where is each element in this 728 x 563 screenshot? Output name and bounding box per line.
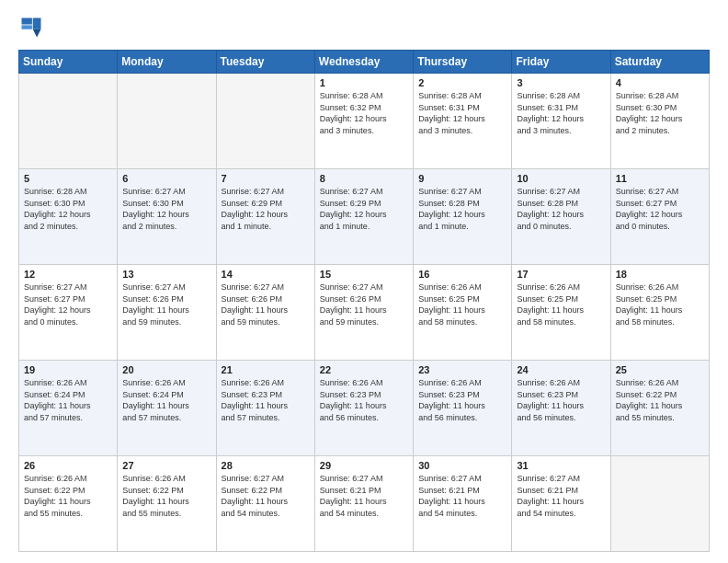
calendar-cell: 2Sunrise: 6:28 AM Sunset: 6:31 PM Daylig… (414, 74, 512, 169)
day-info: Sunrise: 6:27 AM Sunset: 6:26 PM Dayligh… (222, 282, 310, 327)
day-info: Sunrise: 6:28 AM Sunset: 6:32 PM Dayligh… (320, 90, 408, 136)
calendar-cell: 6Sunrise: 6:27 AM Sunset: 6:30 PM Daylig… (118, 169, 216, 265)
calendar-cell: 15Sunrise: 6:27 AM Sunset: 6:26 PM Dayli… (314, 265, 413, 361)
day-info: Sunrise: 6:26 AM Sunset: 6:22 PM Dayligh… (616, 377, 704, 423)
calendar-cell: 4Sunrise: 6:28 AM Sunset: 6:30 PM Daylig… (610, 74, 709, 169)
weekday-header-friday: Friday (512, 51, 610, 74)
calendar-cell: 20Sunrise: 6:26 AM Sunset: 6:24 PM Dayli… (118, 361, 216, 456)
day-info: Sunrise: 6:27 AM Sunset: 6:21 PM Dayligh… (517, 473, 605, 519)
day-info: Sunrise: 6:26 AM Sunset: 6:25 PM Dayligh… (517, 282, 605, 327)
day-number: 11 (616, 173, 704, 184)
weekday-header-row: SundayMondayTuesdayWednesdayThursdayFrid… (19, 51, 710, 74)
day-info: Sunrise: 6:26 AM Sunset: 6:24 PM Dayligh… (122, 377, 210, 423)
day-number: 30 (418, 460, 506, 471)
day-number: 26 (24, 460, 112, 471)
day-info: Sunrise: 6:28 AM Sunset: 6:30 PM Dayligh… (24, 186, 112, 232)
calendar-cell: 27Sunrise: 6:26 AM Sunset: 6:22 PM Dayli… (118, 456, 216, 552)
calendar-body: 1Sunrise: 6:28 AM Sunset: 6:32 PM Daylig… (19, 74, 710, 552)
weekday-header-saturday: Saturday (610, 51, 709, 74)
day-info: Sunrise: 6:26 AM Sunset: 6:25 PM Dayligh… (616, 282, 704, 327)
day-number: 14 (222, 269, 310, 280)
calendar-cell: 24Sunrise: 6:26 AM Sunset: 6:23 PM Dayli… (512, 361, 610, 456)
day-info: Sunrise: 6:27 AM Sunset: 6:26 PM Dayligh… (122, 282, 210, 327)
calendar-cell: 9Sunrise: 6:27 AM Sunset: 6:28 PM Daylig… (414, 169, 512, 265)
calendar-week-5: 26Sunrise: 6:26 AM Sunset: 6:22 PM Dayli… (19, 456, 710, 552)
calendar-cell: 1Sunrise: 6:28 AM Sunset: 6:32 PM Daylig… (314, 74, 413, 169)
day-number: 18 (616, 269, 704, 280)
calendar-week-4: 19Sunrise: 6:26 AM Sunset: 6:24 PM Dayli… (19, 361, 710, 456)
calendar-week-1: 1Sunrise: 6:28 AM Sunset: 6:32 PM Daylig… (19, 74, 710, 169)
day-info: Sunrise: 6:27 AM Sunset: 6:27 PM Dayligh… (616, 186, 704, 232)
day-number: 5 (24, 173, 112, 184)
day-number: 2 (418, 77, 506, 88)
day-number: 17 (517, 269, 605, 280)
calendar-cell (610, 456, 709, 552)
day-info: Sunrise: 6:26 AM Sunset: 6:22 PM Dayligh… (122, 473, 210, 519)
day-number: 21 (222, 364, 310, 375)
day-info: Sunrise: 6:26 AM Sunset: 6:22 PM Dayligh… (24, 473, 112, 519)
calendar-cell (216, 74, 314, 169)
calendar-cell (19, 74, 118, 169)
calendar-cell: 12Sunrise: 6:27 AM Sunset: 6:27 PM Dayli… (19, 265, 118, 361)
day-number: 19 (24, 364, 112, 375)
day-number: 12 (24, 269, 112, 280)
day-number: 23 (418, 364, 506, 375)
day-number: 13 (122, 269, 210, 280)
weekday-header-monday: Monday (118, 51, 216, 74)
day-number: 31 (517, 460, 605, 471)
calendar-cell: 3Sunrise: 6:28 AM Sunset: 6:31 PM Daylig… (512, 74, 610, 169)
svg-marker-0 (33, 18, 41, 29)
day-number: 28 (222, 460, 310, 471)
day-number: 29 (320, 460, 408, 471)
calendar-cell: 28Sunrise: 6:27 AM Sunset: 6:22 PM Dayli… (216, 456, 314, 552)
calendar-cell (118, 74, 216, 169)
day-info: Sunrise: 6:27 AM Sunset: 6:21 PM Dayligh… (418, 473, 506, 519)
day-info: Sunrise: 6:27 AM Sunset: 6:28 PM Dayligh… (517, 186, 605, 232)
day-info: Sunrise: 6:28 AM Sunset: 6:31 PM Dayligh… (418, 90, 506, 136)
day-number: 7 (222, 173, 310, 184)
day-info: Sunrise: 6:26 AM Sunset: 6:25 PM Dayligh… (418, 282, 506, 327)
calendar-cell: 14Sunrise: 6:27 AM Sunset: 6:26 PM Dayli… (216, 265, 314, 361)
day-number: 15 (320, 269, 408, 280)
day-number: 6 (122, 173, 210, 184)
day-info: Sunrise: 6:27 AM Sunset: 6:26 PM Dayligh… (320, 282, 408, 327)
calendar-cell: 11Sunrise: 6:27 AM Sunset: 6:27 PM Dayli… (610, 169, 709, 265)
day-number: 4 (616, 77, 704, 88)
day-info: Sunrise: 6:27 AM Sunset: 6:30 PM Dayligh… (122, 186, 210, 232)
day-info: Sunrise: 6:26 AM Sunset: 6:23 PM Dayligh… (320, 377, 408, 423)
day-number: 10 (517, 173, 605, 184)
calendar-cell: 19Sunrise: 6:26 AM Sunset: 6:24 PM Dayli… (19, 361, 118, 456)
logo-icon (18, 15, 44, 40)
day-info: Sunrise: 6:27 AM Sunset: 6:29 PM Dayligh… (222, 186, 310, 232)
calendar-cell: 10Sunrise: 6:27 AM Sunset: 6:28 PM Dayli… (512, 169, 610, 265)
calendar-cell: 31Sunrise: 6:27 AM Sunset: 6:21 PM Dayli… (512, 456, 610, 552)
day-info: Sunrise: 6:27 AM Sunset: 6:22 PM Dayligh… (222, 473, 310, 519)
day-info: Sunrise: 6:27 AM Sunset: 6:21 PM Dayligh… (320, 473, 408, 519)
day-info: Sunrise: 6:26 AM Sunset: 6:23 PM Dayligh… (418, 377, 506, 423)
day-info: Sunrise: 6:28 AM Sunset: 6:30 PM Dayligh… (616, 90, 704, 136)
day-info: Sunrise: 6:26 AM Sunset: 6:23 PM Dayligh… (222, 377, 310, 423)
day-number: 25 (616, 364, 704, 375)
day-number: 3 (517, 77, 605, 88)
calendar-cell: 29Sunrise: 6:27 AM Sunset: 6:21 PM Dayli… (314, 456, 413, 552)
calendar-header: SundayMondayTuesdayWednesdayThursdayFrid… (19, 51, 710, 74)
calendar-week-2: 5Sunrise: 6:28 AM Sunset: 6:30 PM Daylig… (19, 169, 710, 265)
day-number: 16 (418, 269, 506, 280)
calendar-cell: 8Sunrise: 6:27 AM Sunset: 6:29 PM Daylig… (314, 169, 413, 265)
day-info: Sunrise: 6:27 AM Sunset: 6:28 PM Dayligh… (418, 186, 506, 232)
calendar-cell: 23Sunrise: 6:26 AM Sunset: 6:23 PM Dayli… (414, 361, 512, 456)
day-number: 9 (418, 173, 506, 184)
calendar-cell: 18Sunrise: 6:26 AM Sunset: 6:25 PM Dayli… (610, 265, 709, 361)
day-info: Sunrise: 6:26 AM Sunset: 6:24 PM Dayligh… (24, 377, 112, 423)
calendar-cell: 26Sunrise: 6:26 AM Sunset: 6:22 PM Dayli… (19, 456, 118, 552)
logo (18, 15, 48, 40)
calendar-cell: 17Sunrise: 6:26 AM Sunset: 6:25 PM Dayli… (512, 265, 610, 361)
calendar-cell: 25Sunrise: 6:26 AM Sunset: 6:22 PM Dayli… (610, 361, 709, 456)
calendar-cell: 30Sunrise: 6:27 AM Sunset: 6:21 PM Dayli… (414, 456, 512, 552)
header (18, 15, 710, 40)
calendar-cell: 13Sunrise: 6:27 AM Sunset: 6:26 PM Dayli… (118, 265, 216, 361)
calendar-cell: 5Sunrise: 6:28 AM Sunset: 6:30 PM Daylig… (19, 169, 118, 265)
day-info: Sunrise: 6:28 AM Sunset: 6:31 PM Dayligh… (517, 90, 605, 136)
day-number: 8 (320, 173, 408, 184)
calendar-cell: 16Sunrise: 6:26 AM Sunset: 6:25 PM Dayli… (414, 265, 512, 361)
